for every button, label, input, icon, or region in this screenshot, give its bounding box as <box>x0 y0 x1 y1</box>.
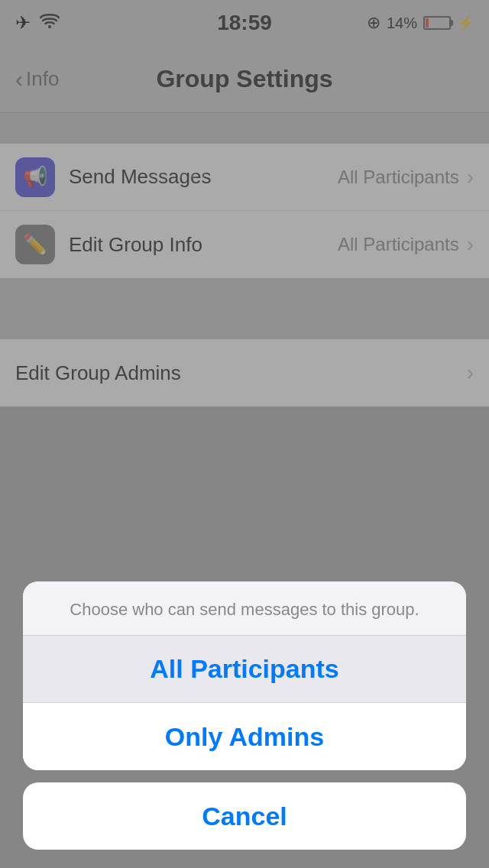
only-admins-label: Only Admins <box>165 722 324 752</box>
all-participants-label: All Participants <box>150 654 339 684</box>
all-participants-option[interactable]: All Participants <box>23 636 466 703</box>
modal-container: Choose who can send messages to this gro… <box>23 581 466 850</box>
only-admins-option[interactable]: Only Admins <box>23 703 466 770</box>
modal-header-text: Choose who can send messages to this gro… <box>70 600 419 619</box>
cancel-sheet: Cancel <box>23 782 466 850</box>
modal-overlay: Choose who can send messages to this gro… <box>0 0 489 868</box>
cancel-label: Cancel <box>202 802 287 831</box>
cancel-button[interactable]: Cancel <box>23 782 466 850</box>
action-sheet: Choose who can send messages to this gro… <box>23 581 466 770</box>
modal-header: Choose who can send messages to this gro… <box>23 581 466 636</box>
